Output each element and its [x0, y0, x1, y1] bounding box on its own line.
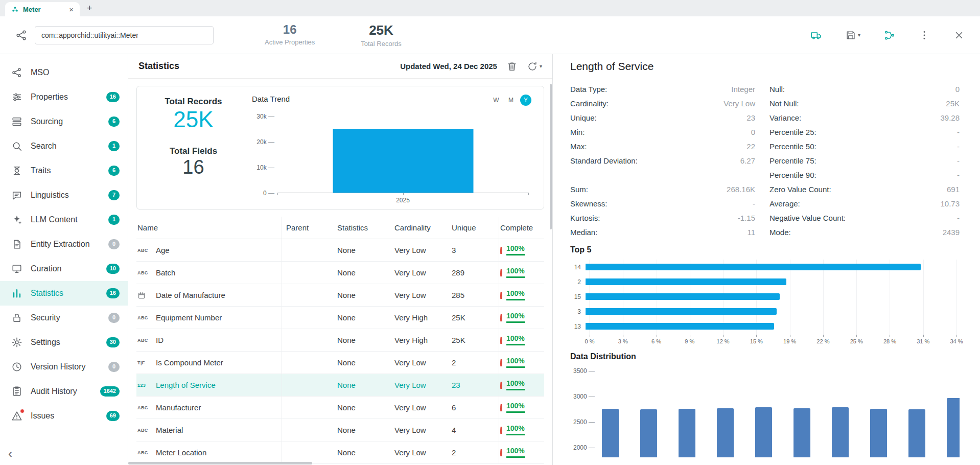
sidebar-item-llm-content[interactable]: LLM Content1 [0, 207, 128, 232]
model-id-input[interactable] [35, 26, 214, 44]
metric-key: Percentile 50: [769, 142, 816, 151]
new-tab-button[interactable]: + [87, 3, 92, 14]
unique-cell: 2 [452, 352, 499, 374]
sidebar-item-properties[interactable]: Properties16 [0, 85, 128, 109]
unique-cell: 25K [452, 307, 499, 329]
field-name: Date of Manufacture [156, 291, 225, 299]
metric-row: Skewness:- [570, 196, 755, 211]
metric-key: Unique: [570, 113, 597, 122]
complete-cell: 100% [499, 307, 544, 329]
metric-value: -1.15 [738, 214, 755, 222]
trash-icon[interactable] [506, 61, 518, 72]
top5-row: 13 [570, 319, 960, 334]
refresh-icon[interactable]: ▾ [527, 61, 542, 72]
x-axis-tick [623, 335, 623, 337]
bar [586, 278, 786, 285]
alert-dot [20, 409, 25, 413]
y-axis: 3500300025002000 [570, 366, 596, 457]
toolbar: 16 Active Properties 25K Total Records ▾ [0, 16, 980, 54]
table-row[interactable]: ABCEquipment NumberNoneVery High25K100% [136, 307, 544, 329]
sidebar-item-curation[interactable]: Curation10 [0, 257, 128, 281]
trend-range-m-button[interactable]: M [505, 95, 517, 106]
sidebar-item-linguistics[interactable]: Linguistics7 [0, 183, 128, 207]
table-row[interactable]: 123Length of ServiceNoneVery Low23100% [136, 374, 544, 397]
metric-row: Variance:39.28 [769, 110, 960, 125]
complete-cell: 100% [499, 441, 544, 463]
close-icon[interactable] [953, 30, 965, 41]
table-row[interactable]: ABCMeter LocationNoneVery Low2100% [136, 441, 544, 464]
metric-row: Percentile 75:- [769, 153, 960, 168]
x-axis-tick-label: 15 % [750, 338, 763, 344]
sidebar-item-statistics[interactable]: Statistics16 [0, 281, 128, 306]
unique-cell: 2 [452, 441, 499, 463]
table-row[interactable]: Date of ManufactureNoneVery Low285100% [136, 284, 544, 307]
metric-value: - [753, 199, 755, 208]
x-axis-tick [856, 335, 857, 337]
validity-donut-icon [500, 382, 503, 389]
sidebar-item-version-history[interactable]: Version History0 [0, 355, 128, 379]
table-row[interactable]: T|FIs Compound MeterNoneVery Low2100% [136, 352, 544, 374]
x-axis-tick-label: 12 % [717, 338, 730, 344]
sidebar-item-security[interactable]: Security0 [0, 306, 128, 330]
column-header-name[interactable]: Name [136, 217, 282, 239]
table-row[interactable]: ABCMaterialNoneVery Low4100% [136, 419, 544, 441]
top5-label: Top 5 [570, 245, 960, 254]
statistics-cell: None [333, 441, 394, 463]
donut-ring [500, 292, 502, 299]
metric-row: Negative Value Count:- [769, 211, 960, 225]
sidebar-item-entity-extraction[interactable]: Entity Extraction0 [0, 232, 128, 257]
sidebar-item-settings[interactable]: Settings30 [0, 330, 128, 355]
y-axis-tick-label: 2500 [573, 418, 595, 426]
metric-key: Zero Value Count: [769, 185, 831, 194]
column-header-statistics[interactable]: Statistics [333, 217, 394, 239]
column-header-parent[interactable]: Parent [282, 217, 333, 239]
donut-ring [500, 449, 502, 456]
tab-close-icon[interactable]: × [69, 6, 74, 13]
sidebar-item-label: LLM Content [31, 215, 78, 224]
bar [755, 407, 772, 457]
vertical-scrollbar[interactable] [550, 84, 552, 229]
kebab-menu-icon[interactable] [919, 30, 930, 41]
deploy-truck-icon[interactable] [810, 30, 822, 41]
bar-track [586, 308, 956, 315]
table-row[interactable]: ABCManufacturerNoneVery Low6100% [136, 397, 544, 419]
browser-tab-meter[interactable]: Meter × [5, 2, 80, 16]
trend-range-y-button[interactable]: Y [520, 95, 531, 106]
table-row[interactable]: ABCAgeNoneVery Low3100% [136, 239, 544, 262]
parent-cell [282, 419, 333, 441]
column-header-complete[interactable]: Complete [499, 217, 544, 239]
complete-percentage: 100% [506, 267, 525, 277]
warning-icon [11, 410, 22, 422]
column-header-unique[interactable]: Unique [452, 217, 499, 239]
sidebar-item-audit-history[interactable]: Audit History1642 [0, 379, 128, 404]
table-row[interactable]: ABCIDNoneVery High25K100% [136, 329, 544, 352]
field-detail-panel: Length of Service Data Type:IntegerCardi… [553, 54, 980, 465]
complete-cell: 100% [499, 262, 544, 284]
donut-ring [500, 314, 502, 321]
sidebar-item-search[interactable]: Search1 [0, 134, 128, 158]
sidebar-item-issues[interactable]: Issues69 [0, 404, 128, 428]
tab-title: Meter [23, 6, 41, 13]
category-label: 15 [570, 293, 586, 300]
trend-range-w-button[interactable]: W [491, 95, 502, 106]
save-icon[interactable]: ▾ [845, 30, 860, 41]
complete-percentage: 100% [506, 335, 525, 345]
x-axis-tick [823, 335, 824, 337]
bar [908, 409, 925, 457]
sidebar-item-mso[interactable]: MSO [0, 60, 128, 85]
bar [679, 409, 695, 457]
sidebar-item-label: Version History [31, 362, 86, 371]
validity-donut-icon [500, 337, 503, 344]
unique-cell: 289 [452, 262, 499, 284]
bar [794, 408, 810, 458]
sidebar-item-sourcing[interactable]: Sourcing6 [0, 109, 128, 134]
column-header-cardinality[interactable]: Cardinality [394, 217, 452, 239]
sidebar-item-label: Properties [31, 92, 68, 102]
sidebar-item-label: Issues [31, 411, 54, 421]
table-row[interactable]: ABCBatchNoneVery Low289100% [136, 262, 544, 284]
sidebar-collapse-button[interactable]: ‹ [8, 447, 12, 461]
sidebar-item-traits[interactable]: Traits6 [0, 158, 128, 183]
horizontal-scrollbar[interactable] [128, 462, 312, 464]
pipeline-icon[interactable] [884, 30, 895, 41]
cardinality-cell: Very High [394, 307, 452, 329]
